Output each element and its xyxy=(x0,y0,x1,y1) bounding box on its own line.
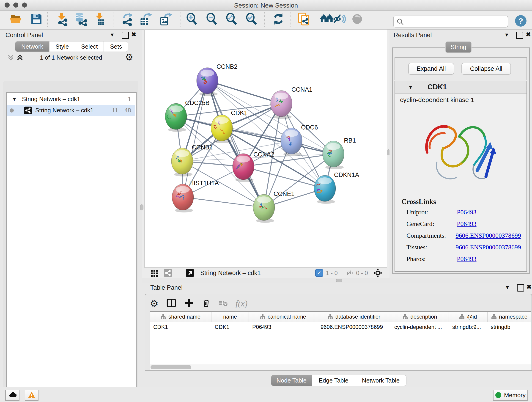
column-header-description[interactable]: description xyxy=(391,312,449,322)
import-network-icon[interactable] xyxy=(56,12,69,26)
show-columns-icon[interactable] xyxy=(166,298,177,309)
table-row[interactable]: CDK1CDK1P064939606.ENSP00000378699cyclin… xyxy=(150,322,531,332)
collapse-all-button[interactable]: Collapse All xyxy=(462,63,511,75)
control-panel-close-icon[interactable]: ✖ xyxy=(131,31,136,38)
tab-network[interactable]: Network xyxy=(15,41,49,52)
network-edge-HIST1H1A-CCNE1[interactable] xyxy=(183,197,264,207)
crosslink-label: Pharos: xyxy=(406,255,457,263)
delete-column-icon[interactable] xyxy=(202,298,211,308)
network-edge-CCNB2-CCNA1[interactable] xyxy=(207,81,281,104)
export-image-icon[interactable] xyxy=(159,12,172,26)
gene-header-row[interactable]: ▼ CDK1 xyxy=(395,81,526,94)
network-node-CDKN1A[interactable] xyxy=(314,175,336,204)
results-panel-float-icon[interactable] xyxy=(516,32,523,39)
network-edge-CCNB2-CCNE1[interactable] xyxy=(207,81,264,207)
gene-collapse-icon[interactable]: ▼ xyxy=(408,84,413,90)
export-network-icon[interactable] xyxy=(121,12,134,26)
string-import-icon[interactable] xyxy=(298,12,311,26)
table-cell[interactable]: CDK1 xyxy=(150,322,211,332)
network-node-CCNB2[interactable] xyxy=(196,68,218,96)
tab-network-table[interactable]: Network Table xyxy=(355,375,406,386)
selected-checkbox-icon[interactable]: ✓ xyxy=(315,269,323,277)
open-session-icon[interactable] xyxy=(9,12,23,26)
expand-all-button[interactable]: Expand All xyxy=(408,63,454,75)
network-canvas[interactable]: CCNB2CCNA1CDC25BCDK1CDC6RB1CCNB1CCNA2CDK… xyxy=(145,30,387,267)
zoom-fit-icon[interactable] xyxy=(225,12,238,26)
tab-style[interactable]: Style xyxy=(49,41,75,52)
table-cell[interactable]: stringdb:9... xyxy=(449,322,488,332)
table-cell[interactable]: cyclin-dependent ... xyxy=(391,322,449,332)
table-horizontal-scrollbar[interactable] xyxy=(150,364,531,370)
column-header-canonical-name[interactable]: canonical name xyxy=(249,312,317,322)
results-panel-menu-icon[interactable]: ▾ xyxy=(505,31,508,38)
control-panel-menu-icon[interactable]: ▾ xyxy=(111,31,114,38)
crosslink-link[interactable]: 9606.ENSP00000378699 xyxy=(456,244,521,251)
crosslink-link[interactable]: P06493 xyxy=(457,220,476,228)
table-panel-float-icon[interactable] xyxy=(517,284,524,292)
string-home-icon[interactable] xyxy=(320,12,333,26)
export-table-icon[interactable] xyxy=(139,12,152,26)
network-collection-row[interactable]: ▼ String Network – cdk1 1 xyxy=(7,94,135,105)
crosslink-link[interactable]: 9606.ENSP00000378699 xyxy=(456,232,521,239)
tab-string[interactable]: String xyxy=(445,41,472,53)
network-node-CCNA1[interactable] xyxy=(271,90,292,119)
collapse-all-networks-icon[interactable] xyxy=(7,54,15,62)
table-settings-gear-icon[interactable]: ⚙ xyxy=(150,298,158,309)
tab-node-table[interactable]: Node Table xyxy=(271,375,312,386)
tab-edge-table[interactable]: Edge Table xyxy=(312,375,355,386)
table-panel-close-icon[interactable]: ✖ xyxy=(526,283,532,291)
column-header-name[interactable]: name xyxy=(211,312,249,322)
control-panel-float-icon[interactable] xyxy=(122,32,129,39)
zoom-selected-icon[interactable] xyxy=(245,12,258,26)
column-header-shared-name[interactable]: shared name xyxy=(150,312,211,322)
tab-sets[interactable]: Sets xyxy=(104,41,128,52)
network-tree: ▼ String Network – cdk1 1 String Network… xyxy=(6,92,137,402)
collection-expand-icon[interactable]: ▼ xyxy=(12,96,17,102)
column-header-namespace[interactable]: namespace xyxy=(488,312,531,322)
network-node-CDK1[interactable] xyxy=(211,115,233,143)
tab-select[interactable]: Select xyxy=(75,41,104,52)
memory-button[interactable]: Memory xyxy=(493,390,528,401)
zoom-in-icon[interactable] xyxy=(185,12,199,26)
network-options-gear-icon[interactable]: ⚙ xyxy=(125,52,133,62)
table-panel-menu-icon[interactable]: ▾ xyxy=(506,284,509,291)
scrollbar-thumb[interactable] xyxy=(151,365,191,369)
help-button[interactable]: ? xyxy=(515,15,526,27)
network-node-CDC25B[interactable] xyxy=(165,103,187,132)
column-header-@id[interactable]: @id xyxy=(449,312,488,322)
column-header-database-identifier[interactable]: database identifier xyxy=(317,312,391,322)
cloud-status-button[interactable] xyxy=(5,390,19,401)
network-node-HIST1H1A[interactable] xyxy=(172,184,194,212)
grid-view-icon[interactable] xyxy=(150,269,158,277)
left-splitter-handle[interactable] xyxy=(140,204,143,211)
warning-status-button[interactable] xyxy=(25,390,38,401)
network-node-CCNB1[interactable] xyxy=(171,148,193,177)
table-cell[interactable]: stringdb xyxy=(488,322,531,332)
crosslink-link[interactable]: P06493 xyxy=(457,209,476,216)
import-table-icon[interactable] xyxy=(94,12,107,26)
collection-label: String Network – cdk1 xyxy=(22,96,80,103)
crosslink-label: GeneCard: xyxy=(406,220,457,228)
network-node-RB1[interactable] xyxy=(323,141,344,169)
refresh-icon[interactable] xyxy=(272,12,285,26)
zoom-out-icon[interactable] xyxy=(205,12,219,26)
horizontal-splitter-handle[interactable] xyxy=(336,279,342,282)
horizontal-splitter[interactable] xyxy=(142,278,532,283)
show-hide-graphics-details-icon[interactable] xyxy=(333,12,346,26)
expand-all-networks-icon[interactable] xyxy=(16,54,24,62)
open-in-window-icon[interactable] xyxy=(186,269,194,277)
network-node-CCNE1[interactable] xyxy=(253,194,275,223)
table-cell[interactable]: 9606.ENSP00000378699 xyxy=(317,322,391,332)
results-panel-close-icon[interactable]: ✖ xyxy=(526,31,531,38)
fit-content-crosshair-icon[interactable] xyxy=(373,268,383,278)
table-cell[interactable]: P06493 xyxy=(249,322,317,332)
search-input[interactable] xyxy=(405,17,505,26)
network-row[interactable]: String Network – cdk1 11 48 xyxy=(7,105,135,116)
birds-eye-view-icon[interactable] xyxy=(351,12,364,26)
add-column-icon[interactable] xyxy=(184,298,194,309)
table-cell[interactable]: CDK1 xyxy=(211,322,249,332)
crosslink-link[interactable]: P06493 xyxy=(457,255,476,263)
import-network-from-database-icon[interactable] xyxy=(74,12,88,26)
network-overview-icon[interactable] xyxy=(164,269,172,277)
save-session-icon[interactable] xyxy=(30,12,43,26)
